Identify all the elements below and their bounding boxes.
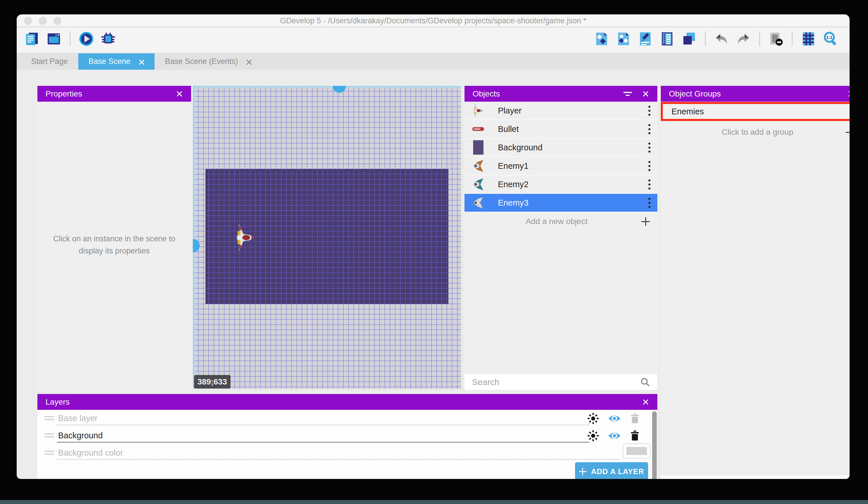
zoom-1-1-icon[interactable]: 1:1 bbox=[823, 31, 838, 47]
groups-search-bar bbox=[661, 475, 850, 479]
main-toolbar: 1:1 bbox=[17, 28, 850, 53]
zoom-window-button[interactable] bbox=[53, 17, 61, 25]
object-menu-icon[interactable] bbox=[648, 143, 650, 153]
vertical-scroll-thumb[interactable] bbox=[193, 239, 200, 252]
toggle-grid-icon[interactable] bbox=[800, 31, 816, 47]
edit-scene-icon[interactable] bbox=[638, 31, 653, 47]
layer-name-underline bbox=[57, 442, 589, 443]
close-window-button[interactable] bbox=[24, 17, 32, 25]
add-group-row[interactable]: Click to add a group bbox=[661, 123, 850, 142]
horizontal-scroll-track[interactable] bbox=[193, 86, 461, 88]
layers-panel-icon[interactable] bbox=[681, 31, 697, 47]
enemy1-thumbnail bbox=[472, 158, 485, 174]
object-menu-icon[interactable] bbox=[648, 198, 650, 208]
add-object-row[interactable]: Add a new object bbox=[465, 212, 657, 231]
object-row-enemy1[interactable]: Enemy1 bbox=[465, 157, 657, 175]
project-manager-icon[interactable] bbox=[24, 31, 40, 47]
close-tab-icon[interactable] bbox=[138, 59, 144, 65]
properties-panel: Properties Click on an instance in the s… bbox=[38, 86, 191, 391]
objects-search-input[interactable] bbox=[472, 377, 640, 387]
scene-window-icon[interactable] bbox=[46, 31, 62, 47]
group-row-enemies[interactable]: Enemies bbox=[661, 102, 850, 121]
drag-handle-icon[interactable] bbox=[44, 416, 54, 420]
object-menu-icon[interactable] bbox=[648, 106, 650, 116]
object-menu-icon[interactable] bbox=[648, 179, 650, 190]
redo-icon[interactable] bbox=[736, 31, 751, 47]
add-object-label: Add a new object bbox=[472, 217, 641, 226]
play-icon[interactable] bbox=[79, 31, 94, 47]
layer-visibility-eye-icon[interactable] bbox=[608, 431, 621, 440]
horizontal-scroll-thumb[interactable] bbox=[333, 86, 346, 93]
add-layer-button[interactable]: ADD A LAYER bbox=[575, 462, 648, 479]
group-name: Enemies bbox=[671, 107, 850, 117]
tab-base-scene-events[interactable]: Base Scene (Events) bbox=[155, 53, 262, 70]
close-icon[interactable] bbox=[642, 398, 649, 406]
plus-icon[interactable] bbox=[641, 217, 650, 226]
close-icon[interactable] bbox=[847, 90, 850, 98]
object-groups-panel-header: Object Groups bbox=[661, 86, 850, 102]
background-color-swatch[interactable] bbox=[623, 444, 650, 458]
desktop-edge bbox=[0, 500, 868, 504]
panel-title: Properties bbox=[45, 89, 82, 99]
object-name: Player bbox=[498, 106, 648, 115]
layers-panel-header: Layers bbox=[38, 394, 657, 410]
plus-icon bbox=[579, 468, 587, 475]
gdevelop-window: GDevelop 5 - /Users/dkarakay/Documents/G… bbox=[17, 14, 850, 479]
close-tab-icon[interactable] bbox=[246, 59, 252, 65]
layer-name[interactable]: Base layer bbox=[58, 414, 97, 423]
layer-visibility-eye-icon[interactable] bbox=[608, 414, 621, 423]
plus-icon[interactable] bbox=[846, 128, 850, 137]
layer-name[interactable]: Background bbox=[58, 431, 103, 440]
drag-handle-icon[interactable] bbox=[44, 451, 54, 455]
debug-icon[interactable] bbox=[101, 31, 116, 47]
layers-scrollbar[interactable] bbox=[652, 411, 657, 479]
object-row-enemy3[interactable]: Enemy3 bbox=[465, 194, 657, 212]
close-icon[interactable] bbox=[176, 90, 183, 98]
player-instance[interactable] bbox=[235, 224, 257, 251]
vertical-scroll-track[interactable] bbox=[193, 86, 195, 389]
bullet-thumbnail bbox=[472, 121, 485, 137]
layer-row-background-color[interactable]: Background color bbox=[38, 446, 123, 460]
delete-layer-icon bbox=[630, 413, 640, 424]
scene-canvas[interactable]: 389;633 bbox=[193, 86, 461, 389]
minimize-window-button[interactable] bbox=[39, 17, 46, 25]
add-object-icon[interactable] bbox=[594, 31, 609, 47]
object-name: Enemy2 bbox=[498, 180, 648, 189]
layer-row-base[interactable]: Base layer bbox=[38, 411, 97, 425]
tab-base-scene[interactable]: Base Scene bbox=[78, 53, 155, 70]
object-row-bullet[interactable]: Bullet bbox=[465, 120, 657, 139]
close-icon[interactable] bbox=[642, 90, 649, 98]
undo-icon[interactable] bbox=[714, 31, 729, 47]
titlebar: GDevelop 5 - /Users/dkarakay/Documents/G… bbox=[17, 14, 850, 27]
object-row-enemy2[interactable]: Enemy2 bbox=[465, 175, 657, 194]
layer-name[interactable]: Background color bbox=[58, 448, 123, 457]
object-menu-icon[interactable] bbox=[648, 124, 650, 134]
layer-effects-icon[interactable] bbox=[587, 430, 599, 442]
drag-handle-icon[interactable] bbox=[44, 433, 54, 437]
properties-empty-message: Click on an instance in the scene to dis… bbox=[45, 233, 183, 257]
toggle-mask-icon[interactable] bbox=[768, 31, 784, 47]
instances-list-icon[interactable] bbox=[659, 31, 675, 47]
object-menu-icon[interactable] bbox=[648, 161, 650, 171]
object-name: Background bbox=[498, 143, 648, 152]
object-name: Bullet bbox=[498, 124, 648, 134]
delete-layer-icon[interactable] bbox=[630, 430, 640, 442]
layer-row-icons bbox=[587, 412, 640, 424]
object-groups-icon[interactable] bbox=[616, 31, 631, 47]
layer-effects-icon[interactable] bbox=[587, 412, 599, 424]
objects-panel: Objects Player bbox=[465, 86, 657, 390]
object-row-background[interactable]: Background bbox=[465, 139, 657, 157]
cursor-coordinates-badge: 389;633 bbox=[194, 375, 230, 389]
layer-row-background[interactable]: Background bbox=[38, 429, 103, 442]
properties-panel-header: Properties bbox=[38, 86, 191, 102]
object-row-player[interactable]: Player bbox=[465, 102, 657, 120]
tab-label: Base Scene bbox=[89, 57, 131, 66]
layer-name-underline bbox=[57, 459, 620, 460]
object-name: Enemy3 bbox=[498, 198, 648, 208]
tab-label: Base Scene (Events) bbox=[165, 57, 238, 66]
screenshot: GDevelop 5 - /Users/dkarakay/Documents/G… bbox=[0, 0, 868, 504]
tab-start-page[interactable]: Start Page bbox=[21, 53, 78, 70]
toolbar-separator bbox=[792, 31, 793, 47]
panel-title: Object Groups bbox=[669, 89, 721, 99]
filter-icon[interactable] bbox=[623, 92, 632, 96]
